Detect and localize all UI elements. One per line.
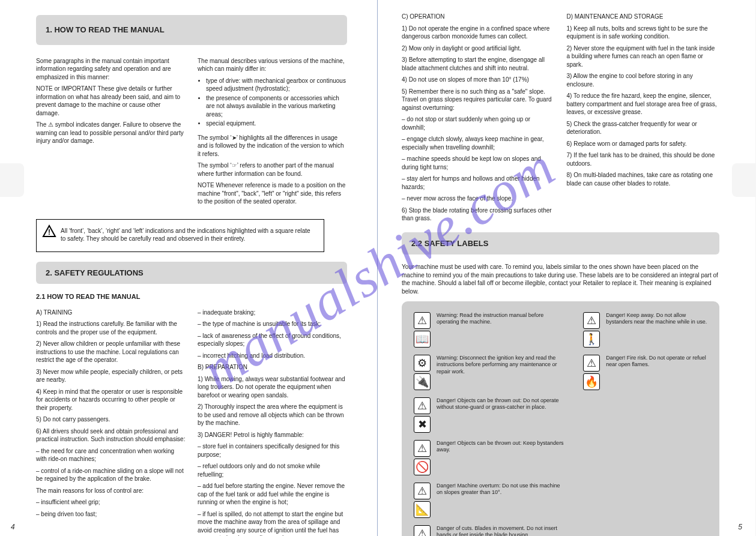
keepaway-icon: 🚶	[583, 331, 600, 348]
slope-icon: 📐	[414, 501, 431, 518]
sec2-col-2: – inadequate braking; – the type of mach…	[198, 305, 347, 536]
page-left: 1. HOW TO READ THE MANUAL Some paragraph…	[0, 0, 378, 536]
safety-labels-intro: Your machine must be used with care. To …	[402, 263, 719, 295]
label-text-5: Danger! Machine overturn: Do not use thi…	[437, 483, 566, 496]
label-text-7: Danger! Keep away. Do not allow bystande…	[606, 312, 707, 326]
manual-icon: 📖	[414, 331, 431, 348]
warning-icon: ⚠	[414, 525, 431, 536]
safety-labels-panel: ⚠📖Warning: Read the instruction manual b…	[402, 301, 719, 536]
sparkplug-icon: 🔌	[414, 373, 431, 390]
thrown-object-icon: ⚠	[414, 397, 431, 414]
warning-triangle-icon: !	[41, 224, 57, 239]
falling-person-icon: ⚠	[583, 312, 600, 329]
no-flame-icon: 🔥	[583, 373, 600, 390]
warning-box-text: All ‘front’, ‘back’, ‘right’ and ‘left’ …	[61, 227, 310, 242]
no-deflector-icon: ✖	[414, 416, 431, 433]
section-2-1-subhead: 2.1 HOW TO READ THE MANUAL	[36, 292, 347, 301]
right-edge-notch	[732, 163, 756, 197]
section-2-2-header: 2.2 SAFETY LABELS	[402, 232, 719, 255]
right-top-col-2: D) MAINTENANCE AND STORAGE 1) Keep all n…	[567, 9, 720, 226]
key-off-icon: ⚙	[414, 355, 431, 372]
label-text-8: Danger! Fire risk. Do not operate or ref…	[606, 355, 707, 369]
warning-icon: ⚠	[414, 440, 431, 457]
label-text-6: Danger of cuts. Blades in movement. Do n…	[437, 525, 566, 536]
section-1-header: 1. HOW TO READ THE MANUAL	[36, 15, 347, 45]
page-right: C) OPERATION 1) Do not operate the engin…	[378, 0, 755, 536]
intro-col-1: Some paragraphs in the manual contain im…	[36, 53, 186, 209]
sec2-col-1: A) TRAINING 1) Read the instructions car…	[36, 305, 186, 536]
right-top-col-1: C) OPERATION 1) Do not operate the engin…	[402, 9, 555, 226]
svg-text:!: !	[48, 228, 50, 236]
page-number-right: 5	[738, 523, 742, 531]
warning-icon: ⚠	[414, 483, 431, 499]
warning-box: ! All ‘front’, ‘back’, ‘right’ and ‘left…	[36, 219, 324, 252]
label-text-2: Warning: Disconnect the ignition key and…	[437, 355, 566, 375]
left-edge-notch	[0, 163, 24, 197]
label-text-3: Danger! Objects can be thrown out: Do no…	[437, 397, 566, 411]
fire-warning-icon: ⚠	[583, 355, 600, 372]
warning-icon: ⚠	[414, 312, 431, 329]
section-2-header: 2. SAFETY REGULATIONS	[36, 262, 347, 285]
page-number-left: 4	[11, 523, 15, 531]
intro-col-2: The manual describes various versions of…	[198, 53, 347, 209]
bystander-icon: 🚫	[414, 459, 431, 475]
label-text-4: Danger! Objects can be thrown out: Keep …	[437, 440, 566, 454]
label-text-1: Warning: Read the instruction manual bef…	[437, 312, 566, 326]
